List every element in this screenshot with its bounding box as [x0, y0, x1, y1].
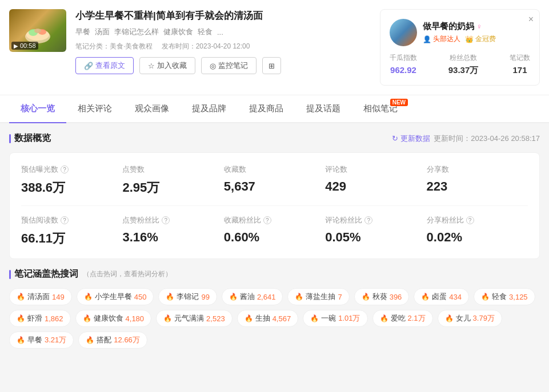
meta-category: 笔记分类：美食·美食教程	[75, 42, 153, 50]
keyword-text: 爱吃	[391, 313, 406, 324]
keyword-count: 3.21万	[45, 335, 66, 345]
keyword-tag-qiukui[interactable]: 🔥 秋葵 396	[354, 288, 410, 305]
keyword-text: 一碗	[321, 313, 336, 324]
author-badges: 👤 头部达人 👑 金冠费	[423, 34, 496, 44]
data-value-share-ratio: 0.02%	[427, 230, 528, 245]
keyword-tag-dapei[interactable]: 🔥 搭配 12.66万	[78, 332, 147, 349]
author-name-line: 做早餐的奶妈 ♀	[423, 21, 496, 32]
keywords-section-header: 笔记涵盖热搜词 （点击热词，查看热词分析）	[9, 268, 540, 280]
tab-audience-portrait[interactable]: 观众画像	[123, 95, 181, 122]
article-meta: 笔记分类：美食·美食教程 发布时间：2023-04-20 12:00	[75, 42, 371, 51]
fire-icon: 🔥	[83, 314, 91, 322]
help-icon-exposure[interactable]: ?	[61, 165, 69, 173]
keyword-text: 元气满满	[174, 313, 204, 324]
keyword-text: 酱油	[240, 292, 255, 302]
grid-button[interactable]: ⊞	[262, 57, 281, 74]
refresh-button[interactable]: ↻ 更新数据	[392, 134, 430, 144]
view-original-icon: 🔗	[84, 62, 93, 70]
keyword-text: 薄盐生抽	[306, 292, 335, 302]
author-badge-gold: 👑 金冠费	[465, 34, 496, 44]
svg-point-4	[34, 29, 41, 33]
keyword-text: 女儿	[456, 313, 471, 324]
keyword-tag-shengshou[interactable]: 🔥 生抽 4,567	[237, 310, 299, 327]
fire-icon: 🔥	[86, 336, 94, 344]
fire-icon: 🔥	[17, 336, 25, 344]
new-badge: NEW	[390, 99, 408, 106]
keyword-tag-xiahua[interactable]: 🔥 虾滑 1,862	[9, 310, 71, 327]
data-value-comments: 429	[325, 179, 426, 194]
keyword-text: 生抽	[255, 313, 270, 324]
keyword-tag-aichi[interactable]: 🔥 爱吃 2.1万	[372, 310, 433, 327]
stat-fans-total: 粉丝总数 93.37万	[448, 53, 479, 76]
keyword-text: 轻食	[492, 292, 507, 302]
fire-icon: 🔥	[421, 293, 430, 301]
data-value-collects: 5,637	[224, 179, 325, 194]
tag-soup[interactable]: 汤面	[95, 27, 110, 37]
keyword-tag-baoyanshengshou[interactable]: 🔥 薄盐生抽 7	[287, 288, 349, 305]
keyword-tag-lijingji[interactable]: 🔥 李锦记 99	[158, 288, 217, 305]
tag-health[interactable]: 健康饮食	[163, 27, 193, 37]
article-tags: 早餐 汤面 李锦记怎么样 健康饮食 轻食 ...	[75, 27, 371, 37]
tag-light[interactable]: 轻食	[198, 27, 213, 37]
keyword-count: 2,641	[257, 293, 276, 301]
keyword-tags: 🔥 清汤面 149 🔥 小学生早餐 450 🔥 李锦记 99 🔥 酱油 2,64…	[9, 288, 540, 349]
author-card: × 做早餐的奶妈 ♀ 👤 头部达人 👑 金冠费	[380, 9, 540, 86]
keyword-text: 卤蛋	[432, 292, 447, 302]
add-collect-button[interactable]: ☆ 加入收藏	[139, 57, 195, 74]
keyword-tag-ludan[interactable]: 🔥 卤蛋 434	[414, 288, 469, 305]
tab-mention-topics[interactable]: 提及话题	[295, 95, 352, 122]
keyword-count: 2.1万	[408, 313, 426, 324]
stat-qiangua-index: 千瓜指数 962.92	[390, 53, 417, 76]
data-item-comment-ratio: 评论粉丝比 ? 0.05%	[325, 215, 426, 247]
nav-tabs: 核心一览 相关评论 观众画像 提及品牌 提及商品 提及话题 相似笔记 NEW	[0, 95, 549, 123]
article-title: 小学生早餐不重样|简单到有手就会的清汤面	[75, 9, 371, 22]
tab-mention-brand[interactable]: 提及品牌	[181, 95, 238, 122]
data-value-likes: 2.95万	[122, 179, 223, 196]
data-grid-row1: 预估曝光数 ? 388.6万 点赞数 2.95万 收藏数 5,637 评论数 4…	[21, 164, 528, 196]
keywords-hint: （点击热词，查看热词分析）	[83, 269, 172, 279]
keyword-tag-qingtangmian[interactable]: 🔥 清汤面 149	[9, 288, 72, 305]
keyword-tag-nver[interactable]: 🔥 女儿 3.79万	[438, 310, 502, 327]
data-value-comment-ratio: 0.05%	[325, 230, 426, 245]
keyword-tag-jiangyou[interactable]: 🔥 酱油 2,641	[222, 288, 283, 305]
tag-lee-kum-kee[interactable]: 李锦记怎么样	[114, 27, 159, 37]
keyword-count: 1.01万	[338, 313, 360, 324]
video-thumbnail[interactable]: ▶ 00:58	[9, 9, 66, 52]
fire-icon: 🔥	[380, 314, 388, 322]
keyword-tag-qingshi[interactable]: 🔥 轻食 3,125	[474, 288, 535, 305]
crown-icon: 👑	[465, 35, 474, 43]
meta-date: 发布时间：2023-04-20 12:00	[162, 42, 250, 50]
keyword-tag-yiwan[interactable]: 🔥 一碗 1.01万	[303, 310, 367, 327]
help-icon-collect-ratio[interactable]: ?	[263, 216, 271, 224]
data-overview-header: 数据概览 ↻ 更新数据 更新时间：2023-04-26 20:58:17	[9, 132, 540, 144]
refresh-icon: ↻	[392, 134, 398, 143]
tab-core-overview[interactable]: 核心一览	[9, 95, 66, 122]
view-original-button[interactable]: 🔗 查看原文	[75, 57, 134, 74]
top-section: ▶ 00:58 小学生早餐不重样|简单到有手就会的清汤面 早餐 汤面 李锦记怎么…	[0, 0, 549, 95]
keyword-tag-jiankang[interactable]: 🔥 健康饮食 4,180	[75, 310, 152, 327]
tab-related-comments[interactable]: 相关评论	[66, 95, 123, 122]
stat-note-count: 笔记数 171	[510, 53, 530, 76]
data-value-shares: 223	[427, 179, 528, 194]
main-content: 数据概览 ↻ 更新数据 更新时间：2023-04-26 20:58:17 预估曝…	[0, 123, 549, 358]
data-value-reads: 66.11万	[21, 230, 122, 247]
help-icon-like-ratio[interactable]: ?	[162, 216, 170, 224]
fire-icon: 🔥	[481, 293, 490, 301]
help-icon-comment-ratio[interactable]: ?	[364, 216, 372, 224]
help-icon-reads[interactable]: ?	[61, 216, 69, 224]
tag-more[interactable]: ...	[217, 28, 223, 37]
tag-breakfast[interactable]: 早餐	[75, 27, 90, 37]
monitor-icon: ◎	[210, 62, 216, 70]
tab-mention-goods[interactable]: 提及商品	[238, 95, 295, 122]
monitor-button[interactable]: ◎ 监控笔记	[201, 57, 257, 74]
keyword-tag-xiaoxuesheng[interactable]: 🔥 小学生早餐 450	[77, 288, 154, 305]
close-button[interactable]: ×	[528, 14, 534, 25]
keywords-title: 笔记涵盖热搜词	[9, 268, 78, 280]
keyword-tag-zaochan[interactable]: 🔥 早餐 3.21万	[9, 332, 74, 349]
keyword-tag-yuanqimanman[interactable]: 🔥 元气满满 2,523	[156, 310, 233, 327]
fire-icon: 🔥	[229, 293, 238, 301]
help-icon-share-ratio[interactable]: ?	[466, 216, 474, 224]
tab-similar-notes[interactable]: 相似笔记 NEW	[352, 95, 409, 122]
keyword-count: 3.79万	[473, 313, 495, 324]
keyword-count: 149	[52, 293, 65, 301]
